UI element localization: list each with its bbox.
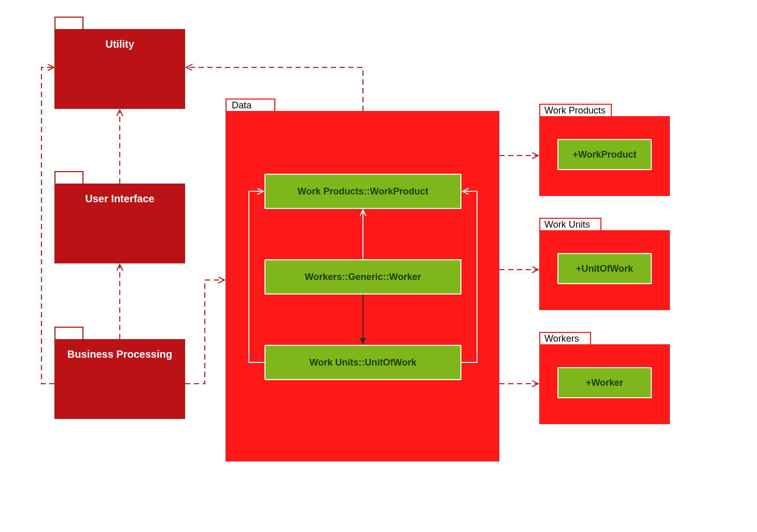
class-unitofwork: +UnitOfWork bbox=[557, 253, 652, 284]
class-work-products-workproduct: Work Products::WorkProduct bbox=[264, 174, 461, 209]
package-data-tab: Data bbox=[226, 99, 275, 112]
package-workers-tab: Workers bbox=[539, 332, 591, 345]
dep-businessprocessing-to-data bbox=[185, 280, 225, 384]
class-work-units-unitofwork: Work Units::UnitOfWork bbox=[264, 345, 461, 380]
package-work-units-tab: Work Units bbox=[539, 218, 601, 231]
package-user-interface: User Interface bbox=[54, 171, 185, 263]
package-utility: Utility bbox=[54, 17, 185, 109]
package-work-products-tab: Work Products bbox=[539, 104, 612, 117]
class-workproduct: +WorkProduct bbox=[557, 139, 652, 170]
package-business-processing-label: Business Processing bbox=[55, 348, 184, 360]
package-user-interface-label: User Interface bbox=[55, 193, 184, 205]
package-data-label: Data bbox=[232, 100, 251, 111]
package-utility-label: Utility bbox=[55, 38, 184, 50]
class-worker: +Worker bbox=[557, 367, 652, 398]
dep-businessprocessing-to-utility bbox=[41, 67, 54, 384]
package-business-processing: Business Processing bbox=[54, 327, 185, 419]
class-workers-generic-worker: Workers::Generic::Worker bbox=[264, 259, 461, 295]
